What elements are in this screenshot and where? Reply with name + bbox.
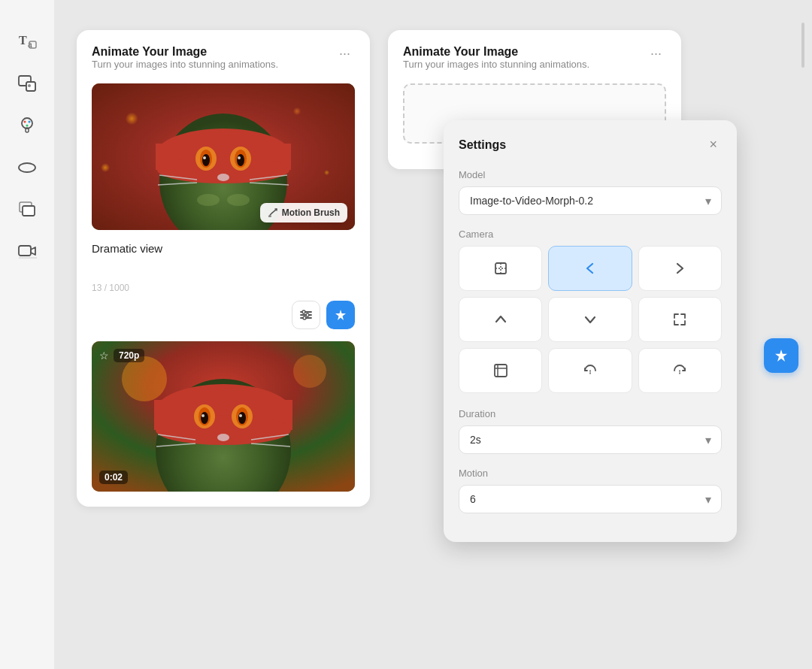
svg-point-47 — [303, 316, 306, 319]
char-count: 13 / 1000 — [92, 283, 355, 293]
sidebar-item-text[interactable]: T a — [9, 23, 45, 59]
svg-point-39 — [197, 194, 220, 206]
settings-filter-button[interactable] — [292, 301, 320, 329]
left-card-more-button[interactable]: ··· — [335, 45, 355, 62]
svg-point-6 — [28, 84, 31, 87]
svg-point-33 — [238, 156, 241, 159]
svg-point-8 — [24, 121, 26, 123]
camera-grid — [459, 246, 722, 393]
svg-point-40 — [227, 194, 250, 206]
svg-rect-14 — [23, 206, 35, 216]
quality-label: 720p — [114, 349, 144, 362]
left-card: Animate Your Image Turn your images into… — [77, 30, 370, 507]
svg-point-61 — [201, 414, 205, 417]
duration-select[interactable]: 2s 4s 6s 8s — [459, 425, 722, 454]
motion-brush-label: Motion Brush — [282, 207, 340, 218]
svg-point-62 — [239, 414, 242, 417]
model-label: Model — [459, 169, 722, 180]
camera-btn-up[interactable] — [459, 297, 542, 342]
sidebar-item-video[interactable] — [9, 233, 45, 269]
camera-btn-left[interactable] — [548, 246, 632, 291]
svg-point-31 — [237, 154, 244, 166]
svg-rect-5 — [26, 82, 35, 91]
svg-point-32 — [203, 156, 206, 159]
bottom-actions — [92, 301, 355, 329]
right-card-title: Animate Your Image — [403, 45, 589, 59]
svg-point-30 — [202, 154, 210, 166]
camera-btn-rotate-right[interactable] — [638, 348, 722, 393]
prompt-input[interactable]: Dramatic view — [92, 241, 355, 271]
settings-close-button[interactable]: × — [704, 135, 722, 154]
sidebar-item-image-edit[interactable] — [9, 65, 45, 101]
svg-rect-68 — [495, 263, 506, 274]
source-image: Motion Brush — [92, 83, 355, 230]
svg-point-59 — [201, 412, 208, 424]
video-result: ☆ 720p 0:02 — [92, 341, 355, 492]
sidebar: T a — [0, 0, 54, 669]
svg-point-50 — [293, 355, 326, 388]
svg-point-18 — [123, 106, 165, 148]
svg-point-41 — [268, 215, 271, 217]
video-duration: 0:02 — [99, 471, 128, 484]
camera-btn-right[interactable] — [638, 246, 722, 291]
svg-point-21 — [99, 159, 129, 189]
left-card-title: Animate Your Image — [92, 45, 278, 59]
camera-btn-fullscreen[interactable] — [459, 348, 542, 393]
svg-point-20 — [304, 156, 331, 183]
model-select-wrapper: Image-to-Video-Morph-0.2 Image-to-Video-… — [459, 186, 722, 215]
settings-panel: Settings × Model Image-to-Video-Morph-0.… — [444, 120, 737, 542]
svg-point-34 — [217, 174, 229, 181]
duration-label: Duration — [459, 408, 722, 419]
camera-btn-down[interactable] — [548, 297, 632, 342]
camera-btn-rotate-left[interactable] — [548, 348, 632, 393]
sidebar-item-shape[interactable] — [9, 149, 45, 185]
svg-point-19 — [272, 103, 305, 136]
sidebar-item-layers[interactable] — [9, 191, 45, 227]
duration-select-wrapper: 2s 4s 6s 8s — [459, 425, 722, 454]
svg-point-60 — [238, 412, 246, 424]
svg-text:T: T — [19, 34, 27, 47]
star-icon: ☆ — [99, 350, 109, 362]
right-generate-button[interactable] — [764, 338, 798, 373]
svg-point-12 — [19, 163, 35, 172]
svg-point-7 — [22, 118, 32, 129]
svg-point-45 — [302, 310, 305, 313]
settings-title: Settings — [459, 138, 506, 152]
sidebar-item-color[interactable] — [9, 107, 45, 143]
motion-label: Motion — [459, 468, 722, 479]
model-select[interactable]: Image-to-Video-Morph-0.2 Image-to-Video-… — [459, 186, 722, 215]
right-card-more-button[interactable]: ··· — [646, 45, 666, 62]
svg-point-63 — [217, 434, 229, 441]
svg-point-9 — [29, 121, 31, 123]
camera-label: Camera — [459, 229, 722, 240]
svg-point-46 — [306, 313, 309, 316]
right-card-subtitle: Turn your images into stunning animation… — [403, 59, 589, 70]
left-card-subtitle: Turn your images into stunning animation… — [92, 59, 278, 70]
svg-rect-15 — [19, 246, 31, 256]
motion-select-wrapper: 12345 678910 — [459, 485, 722, 513]
svg-point-49 — [122, 356, 167, 401]
motion-select[interactable]: 12345 678910 — [459, 485, 722, 513]
scrollbar[interactable] — [801, 23, 804, 68]
motion-brush-badge[interactable]: Motion Brush — [260, 203, 347, 222]
camera-btn-expand[interactable] — [638, 297, 722, 342]
video-quality-badge: ☆ 720p — [99, 349, 144, 362]
svg-rect-71 — [495, 365, 507, 377]
generate-button[interactable] — [326, 301, 355, 329]
camera-btn-crop[interactable] — [459, 246, 542, 291]
svg-point-10 — [26, 125, 29, 127]
